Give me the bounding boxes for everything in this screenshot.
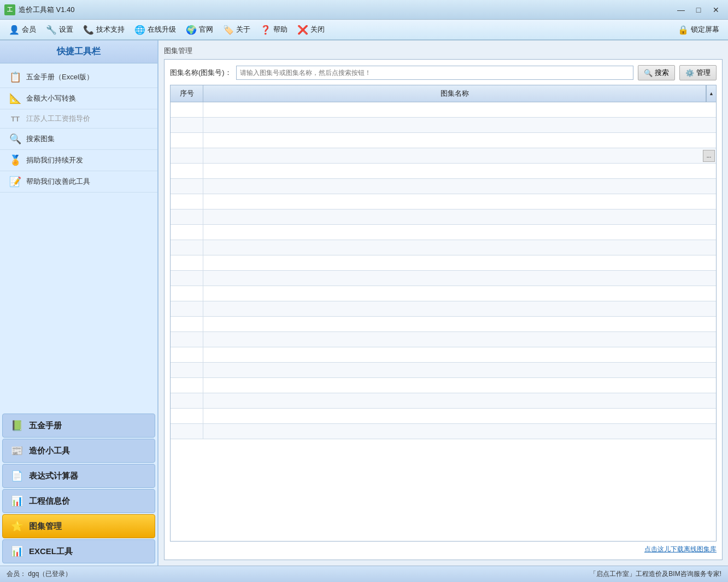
table-row [171,347,716,363]
nav-hardware-label: 五金手册 [29,421,62,431]
nav-project-info[interactable]: 📊 工程信息价 [2,489,155,513]
table-cell-seq [171,378,203,393]
scroll-up-arrow: ▲ [709,91,714,96]
tool-donate[interactable]: 🏅 捐助我们持续开发 [0,150,157,171]
nav-atlas-mgmt[interactable]: ⭐ 图集管理 [2,514,155,538]
menu-tech-label: 技术支持 [96,25,125,34]
table-row-input[interactable] [208,150,712,160]
manage-button[interactable]: ⚙️ 管理 [679,65,717,80]
menu-tech-support[interactable]: 📞 技术支持 [79,22,129,37]
table-cell-seq [171,347,203,362]
menu-close-label: 关闭 [310,25,325,34]
nav-excel-tools[interactable]: 📊 EXCEL工具 [2,539,155,563]
table-header: 序号 图集名称 ▲ [171,85,716,102]
maximize-button[interactable]: □ [691,4,706,15]
jiangsu-wage-icon: TT [9,115,22,123]
table-row [171,225,716,240]
table-row [171,209,716,225]
table-cell-name [203,393,716,408]
tool-hardware-manual[interactable]: 📋 五金手册（Excel版） [0,67,157,88]
content-panel: 图集名称(图集号)： 🔍 搜索 ⚙️ 管理 序号 图集名称 [164,59,723,560]
table-cell-seq [171,240,203,255]
table-cell-seq [171,209,203,224]
table-row [171,102,716,118]
tool-jiangsu-wage[interactable]: TT 江苏人工工资指导价 [0,109,157,129]
table-cell-seq [171,164,203,178]
table-row [171,317,716,332]
table-cell-seq [171,317,203,331]
browse-button[interactable]: ... [703,150,715,162]
member-icon: 👤 [9,25,20,35]
menu-help[interactable]: ❓ 帮助 [256,22,292,37]
excel-tools-icon: 📊 [10,545,24,557]
lock-screen-btn[interactable]: 🔒 锁定屏幕 [673,22,724,37]
manage-icon: ⚙️ [685,69,694,77]
table-cell-seq [171,148,203,163]
table-row: ... [171,148,716,164]
download-link[interactable]: 点击这儿下载离线图集库 [170,545,717,554]
minimize-button[interactable]: — [673,4,689,15]
table-cell-name [203,179,716,194]
menu-about[interactable]: 🏷️ 关于 [219,22,255,37]
search-icon: 🔍 [644,69,653,77]
table-row [171,271,716,286]
table-row [171,164,716,179]
menu-official-site[interactable]: 🌍 官网 [181,22,218,37]
tool-search-label: 搜索图集 [26,134,55,144]
menu-member[interactable]: 👤 会员 [4,22,40,37]
search-btn-label: 搜索 [655,68,669,78]
table-row [171,240,716,255]
sidebar-nav: 📗 五金手册 📰 造价小工具 📄 表达式计算器 📊 工程信息价 ⭐ 图集管理 📊 [0,411,157,566]
nav-atlas-label: 图集管理 [29,521,62,532]
table-cell-seq [171,393,203,408]
close-button[interactable]: ✕ [708,4,724,15]
table-cell-name [203,102,716,117]
tool-amount-convert[interactable]: 📐 金额大小写转换 [0,88,157,109]
atlas-mgmt-icon: ⭐ [10,520,24,532]
nav-hardware[interactable]: 📗 五金手册 [2,414,155,438]
sidebar-tools: 📋 五金手册（Excel版） 📐 金额大小写转换 TT 江苏人工工资指导价 🔍 … [0,63,157,411]
table-row [171,332,716,347]
col-seq-header: 序号 [171,85,203,102]
table-cell-seq [171,286,203,301]
hardware-manual-icon: 📋 [9,71,22,83]
tool-search-atlas[interactable]: 🔍 搜索图集 [0,129,157,150]
content-area: 图集管理 图集名称(图集号)： 🔍 搜索 ⚙️ 管理 [158,40,728,566]
menu-settings[interactable]: 🔧 设置 [42,22,78,37]
main-layout: 快捷工具栏 📋 五金手册（Excel版） 📐 金额大小写转换 TT 江苏人工工资… [0,40,728,566]
tool-improve[interactable]: 📝 帮助我们改善此工具 [0,171,157,193]
tool-improve-label: 帮助我们改善此工具 [26,177,90,187]
app-icon: 工 [4,4,15,15]
tech-support-icon: 📞 [83,25,94,35]
lock-icon: 🔒 [678,25,689,35]
table-cell-name [203,317,716,331]
about-icon: 🏷️ [223,25,234,35]
table-cell-seq [171,409,203,423]
sidebar: 快捷工具栏 📋 五金手册（Excel版） 📐 金额大小写转换 TT 江苏人工工资… [0,40,158,566]
search-input[interactable] [236,66,633,80]
table-row [171,424,716,439]
nav-excel-label: EXCEL工具 [29,546,73,557]
manage-btn-label: 管理 [696,68,711,78]
amount-convert-icon: 📐 [9,92,22,104]
menu-online-upgrade[interactable]: 🌐 在线升级 [130,22,180,37]
scroll-up-btn[interactable]: ▲ [706,85,716,102]
table-row [171,409,716,424]
member-label: 会员： [7,570,26,578]
menu-close[interactable]: ❌ 关闭 [293,22,329,37]
search-button[interactable]: 🔍 搜索 [638,65,675,80]
table-cell-name [203,133,716,148]
table-cell-name [203,209,716,224]
table-row [171,286,716,301]
nav-costing-tools[interactable]: 📰 造价小工具 [2,439,155,463]
tool-donate-label: 捐助我们持续开发 [26,155,83,165]
table-body[interactable]: ... [171,102,716,541]
nav-expression-calc[interactable]: 📄 表达式计算器 [2,464,155,488]
search-label: 图集名称(图集号)： [170,68,232,78]
menu-settings-label: 设置 [59,25,73,34]
title-bar: 工 造价工具箱 V1.40 — □ ✕ [0,0,728,20]
member-name: dgq（已登录） [28,570,72,578]
table-cell-name [203,332,716,347]
table-cell-name [203,255,716,270]
costing-tools-icon: 📰 [10,445,24,457]
